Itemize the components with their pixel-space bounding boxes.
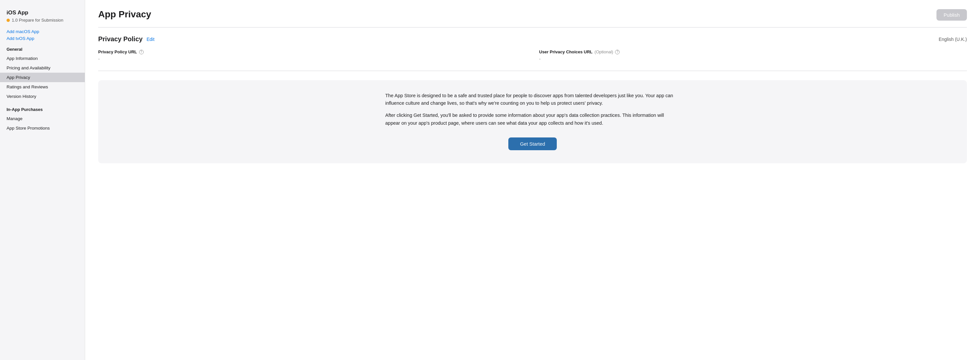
section-title-row: Privacy Policy Edit <box>98 35 154 43</box>
sidebar-platform-links: Add macOS App Add tvOS App <box>0 24 85 41</box>
info-paragraph-2: After clicking Get Started, you'll be as… <box>385 112 680 127</box>
sidebar-item-app-store-promotions[interactable]: App Store Promotions <box>0 123 85 133</box>
general-section-label: General <box>0 41 85 54</box>
header-divider <box>98 27 967 27</box>
sidebar-item-ratings-reviews[interactable]: Ratings and Reviews <box>0 82 85 92</box>
app-title: iOS App <box>6 9 78 16</box>
status-dot <box>6 19 10 22</box>
sidebar-header: iOS App 1.0 Prepare for Submission <box>0 9 85 24</box>
sidebar-item-app-information[interactable]: App Information <box>0 54 85 63</box>
user-privacy-choices-url-label: User Privacy Choices URL <box>539 49 592 54</box>
version-row: 1.0 Prepare for Submission <box>6 18 78 22</box>
user-privacy-choices-url-label-row: User Privacy Choices URL (Optional) ? <box>539 49 967 54</box>
sidebar-item-manage[interactable]: Manage <box>0 114 85 123</box>
get-started-button[interactable]: Get Started <box>508 137 557 150</box>
user-privacy-choices-help-icon[interactable]: ? <box>615 50 620 54</box>
privacy-policy-title: Privacy Policy <box>98 35 143 43</box>
version-label: 1.0 Prepare for Submission <box>12 18 64 22</box>
privacy-policy-url-label-row: Privacy Policy URL ? <box>98 49 526 54</box>
page-title: App Privacy <box>98 9 151 20</box>
info-box-text: The App Store is designed to be a safe a… <box>385 92 680 127</box>
info-box: The App Store is designed to be a safe a… <box>98 80 967 163</box>
main-content: App Privacy Publish Privacy Policy Edit … <box>85 0 980 360</box>
sidebar-item-app-privacy[interactable]: App Privacy <box>0 73 85 82</box>
sidebar-item-version-history[interactable]: Version History <box>0 92 85 101</box>
sidebar-item-pricing-availability[interactable]: Pricing and Availability <box>0 63 85 73</box>
user-privacy-choices-url-value: - <box>539 56 967 62</box>
privacy-fields-row: Privacy Policy URL ? - User Privacy Choi… <box>98 49 967 62</box>
get-started-button-row: Get Started <box>111 135 954 150</box>
info-paragraph-1: The App Store is designed to be a safe a… <box>385 92 680 107</box>
language-label: English (U.K.) <box>939 37 967 42</box>
page-header: App Privacy Publish <box>98 9 967 21</box>
privacy-policy-section-header: Privacy Policy Edit English (U.K.) <box>98 35 967 43</box>
user-privacy-choices-optional: (Optional) <box>594 49 613 54</box>
add-tvos-link[interactable]: Add tvOS App <box>6 36 78 41</box>
privacy-policy-url-label: Privacy Policy URL <box>98 49 137 54</box>
edit-link[interactable]: Edit <box>146 37 154 42</box>
add-macos-link[interactable]: Add macOS App <box>6 29 78 34</box>
sidebar: iOS App 1.0 Prepare for Submission Add m… <box>0 0 85 360</box>
privacy-policy-url-group: Privacy Policy URL ? - <box>98 49 526 62</box>
section-divider <box>98 71 967 71</box>
privacy-policy-url-value: - <box>98 56 526 62</box>
user-privacy-choices-url-group: User Privacy Choices URL (Optional) ? - <box>539 49 967 62</box>
iap-section-label: In-App Purchases <box>0 101 85 114</box>
privacy-policy-url-help-icon[interactable]: ? <box>139 50 144 54</box>
publish-button[interactable]: Publish <box>937 9 967 21</box>
